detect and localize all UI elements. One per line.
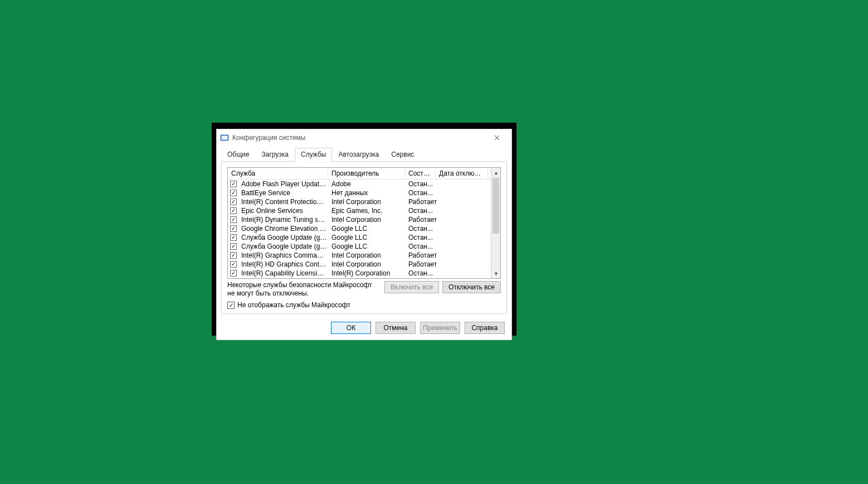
row-checkbox[interactable]: ✓ xyxy=(230,243,237,250)
scroll-thumb[interactable] xyxy=(492,178,499,234)
cell-manufacturer: Adobe xyxy=(329,180,406,188)
cell-status: Работает xyxy=(406,198,440,206)
cell-status: Работает xyxy=(406,251,440,259)
cell-status: Остан... xyxy=(406,234,440,241)
msconfig-window: Конфигурация системы Общие Загрузка Служ… xyxy=(217,129,511,340)
cell-status: Работает xyxy=(406,216,440,224)
cell-manufacturer: Intel Corporation xyxy=(329,216,406,224)
cell-manufacturer: Google LLC xyxy=(329,234,406,241)
row-checkbox[interactable]: ✓ xyxy=(230,252,237,259)
cell-manufacturer: Intel Corporation xyxy=(329,198,406,206)
cell-service: Intel(R) Dynamic Tuning service xyxy=(239,216,329,224)
tab-tools[interactable]: Сервис xyxy=(385,148,420,162)
security-note: Некоторые службы безопасности Майкрософт… xyxy=(227,281,381,298)
svg-rect-1 xyxy=(222,136,228,140)
tab-bar: Общие Загрузка Службы Автозагрузка Серви… xyxy=(217,147,511,161)
tab-general[interactable]: Общие xyxy=(221,148,255,162)
scrollbar[interactable]: ▲ ▼ xyxy=(491,168,500,278)
table-row[interactable]: ✓Google Chrome Elevation Servic...Google… xyxy=(228,224,500,233)
row-checkbox[interactable]: ✓ xyxy=(230,261,237,268)
cell-service: Epic Online Services xyxy=(239,207,329,215)
help-button[interactable]: Справка xyxy=(465,322,505,334)
titlebar[interactable]: Конфигурация системы xyxy=(217,129,511,146)
cell-manufacturer: Нет данных xyxy=(329,189,406,197)
cell-manufacturer: Google LLC xyxy=(329,243,406,250)
column-header-status[interactable]: Состоя... xyxy=(405,168,436,179)
cell-manufacturer: Epic Games, Inc. xyxy=(329,207,406,215)
disable-all-button[interactable]: Отключить все xyxy=(442,281,501,293)
list-header[interactable]: Служба Производитель Состоя... Дата откл… xyxy=(228,168,500,180)
apply-button[interactable]: Применить xyxy=(420,322,460,334)
tab-boot[interactable]: Загрузка xyxy=(255,148,295,162)
cell-manufacturer: Google LLC xyxy=(329,225,406,233)
scroll-up-button[interactable]: ▲ xyxy=(491,168,501,177)
cell-service: Intel(R) Graphics Command Cen... xyxy=(239,251,329,259)
app-icon xyxy=(220,133,229,142)
cell-service: Служба Google Update (gupdat... xyxy=(239,243,329,250)
table-row[interactable]: ✓BattlEye ServiceНет данныхОстан... xyxy=(228,188,500,197)
cell-service: Adobe Flash Player Update Service xyxy=(239,180,329,188)
column-header-manufacturer[interactable]: Производитель xyxy=(328,168,405,179)
chevron-up-icon: ▲ xyxy=(494,170,499,176)
tab-services[interactable]: Службы xyxy=(295,148,332,162)
row-checkbox[interactable]: ✓ xyxy=(230,207,237,214)
cancel-button[interactable]: Отмена xyxy=(376,322,416,334)
cell-service: BattlEye Service xyxy=(239,189,329,197)
table-row[interactable]: ✓Intel(R) Dynamic Tuning serviceIntel Co… xyxy=(228,215,500,224)
list-body: ✓Adobe Flash Player Update ServiceAdobeО… xyxy=(228,180,500,278)
cell-status: Работает xyxy=(406,260,440,268)
hide-ms-checkbox[interactable]: ✓ xyxy=(227,302,235,309)
cell-service: Служба Google Update (gupdate) xyxy=(239,234,329,241)
scroll-down-button[interactable]: ▼ xyxy=(491,269,501,278)
cell-manufacturer: Intel Corporation xyxy=(329,251,406,259)
cell-status: Остан... xyxy=(406,225,440,233)
hide-ms-label: Не отображать службы Майкрософт xyxy=(237,301,350,309)
row-checkbox[interactable]: ✓ xyxy=(230,190,237,196)
cell-status: Остан... xyxy=(406,207,440,215)
table-row[interactable]: ✓Служба Google Update (gupdat...Google L… xyxy=(228,242,500,251)
table-row[interactable]: ✓Intel(R) Capability Licensing Ser...Int… xyxy=(228,269,500,278)
close-button[interactable] xyxy=(486,130,508,146)
cell-service: Intel(R) Capability Licensing Ser... xyxy=(239,269,329,277)
enable-all-button[interactable]: Включить все xyxy=(384,281,439,293)
cell-status: Остан... xyxy=(406,180,440,188)
table-row[interactable]: ✓Intel(R) HD Graphics Control Pa...Intel… xyxy=(228,260,500,269)
cell-service: Google Chrome Elevation Servic... xyxy=(239,225,329,233)
cell-manufacturer: Intel(R) Corporation xyxy=(329,269,406,277)
cell-status: Остан... xyxy=(406,269,440,277)
services-listview[interactable]: Служба Производитель Состоя... Дата откл… xyxy=(227,167,501,279)
dialog-button-row: ОК Отмена Применить Справка xyxy=(217,318,511,340)
tab-startup[interactable]: Автозагрузка xyxy=(332,148,385,162)
below-list-row: Некоторые службы безопасности Майкрософт… xyxy=(227,281,501,298)
row-checkbox[interactable]: ✓ xyxy=(230,199,237,205)
row-checkbox[interactable]: ✓ xyxy=(230,234,237,241)
window-title: Конфигурация системы xyxy=(232,134,486,142)
row-checkbox[interactable]: ✓ xyxy=(230,216,237,223)
ok-button[interactable]: ОК xyxy=(331,322,371,334)
cell-status: Остан... xyxy=(406,243,440,250)
table-row[interactable]: ✓Adobe Flash Player Update ServiceAdobeО… xyxy=(228,180,500,188)
table-row[interactable]: ✓Epic Online ServicesEpic Games, Inc.Ост… xyxy=(228,206,500,215)
row-checkbox[interactable]: ✓ xyxy=(230,181,237,187)
table-row[interactable]: ✓Intel(R) Graphics Command Cen...Intel C… xyxy=(228,251,500,260)
row-checkbox[interactable]: ✓ xyxy=(230,270,237,277)
services-panel: Служба Производитель Состоя... Дата откл… xyxy=(221,161,507,314)
column-header-date[interactable]: Дата отключе... xyxy=(436,168,488,179)
chevron-down-icon: ▼ xyxy=(494,271,499,277)
cell-service: Intel(R) HD Graphics Control Pa... xyxy=(239,260,329,268)
cell-manufacturer: Intel Corporation xyxy=(329,260,406,268)
hide-ms-row[interactable]: ✓ Не отображать службы Майкрософт xyxy=(227,301,501,309)
table-row[interactable]: ✓Служба Google Update (gupdate)Google LL… xyxy=(228,233,500,242)
column-header-service[interactable]: Служба xyxy=(228,168,328,179)
row-checkbox[interactable]: ✓ xyxy=(230,225,237,232)
cell-service: Intel(R) Content Protection HDC... xyxy=(239,198,329,206)
table-row[interactable]: ✓Intel(R) Content Protection HDC...Intel… xyxy=(228,197,500,206)
cell-status: Остан... xyxy=(406,189,440,197)
